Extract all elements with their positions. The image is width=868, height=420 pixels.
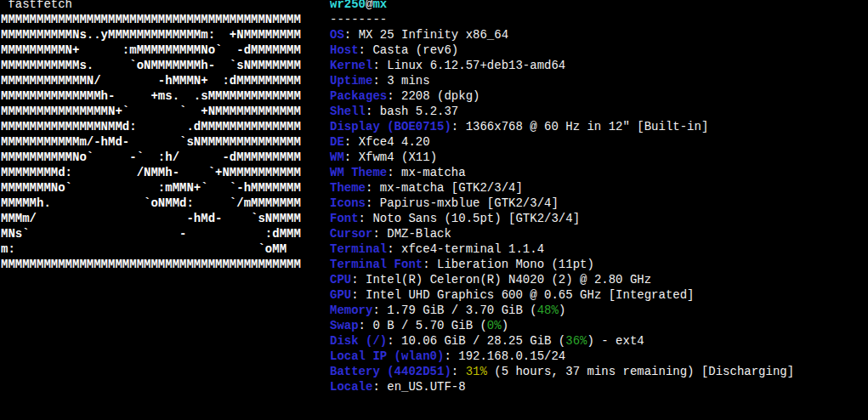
info-row: OS: MX 25 Infinity x86_64 bbox=[330, 27, 794, 43]
info-value: bash 5.2.37 bbox=[380, 105, 458, 118]
info-value: 10.06 GiB / 28.25 GiB ( bbox=[401, 334, 565, 348]
divider-line: -------- bbox=[330, 12, 794, 27]
info-label: Theme bbox=[330, 181, 366, 195]
info-value: Liberation Mono (11pt) bbox=[437, 258, 594, 271]
info-label: Cursor bbox=[330, 227, 372, 241]
info-label: GPU bbox=[330, 288, 351, 302]
info-value: 36% bbox=[565, 334, 587, 348]
info-row: Terminal Font: Liberation Mono (11pt) bbox=[330, 257, 794, 272]
info-label: Font bbox=[330, 212, 359, 225]
info-value: 3 mins bbox=[387, 74, 429, 88]
command-line: fastfetch bbox=[1, 0, 301, 12]
info-row: Display (BOE0715): 1366x768 @ 60 Hz in 1… bbox=[330, 119, 794, 134]
info-label: Locale bbox=[330, 380, 372, 394]
info-label: Local IP (wlan0) bbox=[330, 349, 444, 363]
info-value: MX 25 Infinity x86_64 bbox=[359, 28, 508, 42]
info-label: Shell bbox=[330, 105, 366, 118]
mx-linux-ascii-logo: MMMMMMMMMMMMMMMMMMMMMMMMMMMMMMMMMMMMMNMM… bbox=[1, 12, 301, 272]
hostname: mx bbox=[372, 0, 387, 11]
info-row: GPU: Intel UHD Graphics 600 @ 0.65 GHz [… bbox=[330, 287, 794, 303]
info-value: Intel UHD Graphics 600 @ 0.65 GHz [Integ… bbox=[366, 288, 694, 302]
info-value: 1.79 GiB / 3.70 GiB ( bbox=[387, 304, 536, 317]
info-row: Memory: 1.79 GiB / 3.70 GiB (48%) bbox=[330, 303, 794, 318]
info-row: Packages: 2208 (dpkg) bbox=[330, 88, 794, 104]
info-label: DE bbox=[330, 135, 344, 149]
info-value: 1366x768 @ 60 Hz in 12" [Built-in] bbox=[466, 120, 709, 133]
info-value: DMZ-Black bbox=[387, 227, 451, 241]
info-row: Theme: mx-matcha [GTK2/3/4] bbox=[330, 180, 794, 196]
info-label: Uptime bbox=[330, 74, 372, 88]
terminal-window[interactable]: fastfetch MMMMMMMMMMMMMMMMMMMMMMMMMMMMMM… bbox=[0, 0, 868, 420]
info-row: Terminal: xfce4-terminal 1.1.4 bbox=[330, 241, 794, 257]
info-value: Xfce4 4.20 bbox=[359, 135, 430, 149]
info-value: mx-matcha bbox=[401, 166, 466, 179]
info-row: Disk (/): 10.06 GiB / 28.25 GiB (36%) - … bbox=[330, 333, 794, 349]
info-label: Packages bbox=[330, 89, 387, 103]
system-info-column: wr250@mx -------- OS: MX 25 Infinity x86… bbox=[330, 0, 794, 394]
info-label: Display (BOE0715) bbox=[330, 120, 451, 133]
logo-column: fastfetch MMMMMMMMMMMMMMMMMMMMMMMMMMMMMM… bbox=[1, 0, 301, 272]
info-value: ) - ext4 bbox=[587, 334, 644, 348]
info-value: Papirus-mxblue [GTK2/3/4] bbox=[380, 196, 559, 210]
info-label: Terminal Font bbox=[330, 258, 423, 271]
info-label: Terminal bbox=[330, 242, 387, 256]
info-label: Icons bbox=[330, 196, 366, 210]
username: wr250 bbox=[330, 0, 366, 11]
info-row: Shell: bash 5.2.37 bbox=[330, 104, 794, 119]
info-label: Battery (4402D51) bbox=[330, 365, 451, 378]
info-row: WM: Xfwm4 (X11) bbox=[330, 150, 794, 165]
info-value: mx-matcha [GTK2/3/4] bbox=[380, 181, 523, 195]
info-label: Disk (/) bbox=[330, 334, 387, 348]
info-label: WM bbox=[330, 150, 344, 164]
info-value: 31% bbox=[466, 365, 487, 378]
info-value: ) bbox=[502, 319, 508, 332]
info-row: Font: Noto Sans (10.5pt) [GTK2/3/4] bbox=[330, 211, 794, 226]
info-value: 0% bbox=[487, 319, 502, 332]
info-list: OS: MX 25 Infinity x86_64Host: Casta (re… bbox=[330, 27, 794, 394]
info-value: 192.168.0.15/24 bbox=[458, 349, 565, 363]
info-label: Host bbox=[330, 43, 359, 57]
info-value: xfce4-terminal 1.1.4 bbox=[401, 242, 544, 256]
info-value: en_US.UTF-8 bbox=[387, 380, 465, 394]
info-label: CPU bbox=[330, 273, 351, 287]
info-row: CPU: Intel(R) Celeron(R) N4020 (2) @ 2.8… bbox=[330, 272, 794, 287]
info-row: Kernel: Linux 6.12.57+deb13-amd64 bbox=[330, 58, 794, 73]
info-label: Memory bbox=[330, 304, 372, 317]
info-row: Icons: Papirus-mxblue [GTK2/3/4] bbox=[330, 196, 794, 211]
info-row: Swap: 0 B / 5.70 GiB (0%) bbox=[330, 318, 794, 333]
info-value: Intel(R) Celeron(R) N4020 (2) @ 2.80 GHz bbox=[366, 273, 651, 287]
info-label: Swap bbox=[330, 319, 359, 332]
info-row: DE: Xfce4 4.20 bbox=[330, 134, 794, 150]
info-row: WM Theme: mx-matcha bbox=[330, 165, 794, 180]
info-value: 2208 (dpkg) bbox=[401, 89, 479, 103]
info-value: Noto Sans (10.5pt) [GTK2/3/4] bbox=[372, 212, 580, 225]
info-value: ) bbox=[559, 304, 565, 317]
info-row: Uptime: 3 mins bbox=[330, 73, 794, 88]
info-label: WM Theme bbox=[330, 166, 387, 179]
info-row: Battery (4402D51): 31% (5 hours, 37 mins… bbox=[330, 364, 794, 379]
info-label: Kernel bbox=[330, 59, 372, 72]
info-row: Local IP (wlan0): 192.168.0.15/24 bbox=[330, 349, 794, 364]
user-host-line: wr250@mx bbox=[330, 0, 794, 12]
info-label: OS bbox=[330, 28, 344, 42]
info-value: 48% bbox=[537, 304, 559, 317]
info-value: 0 B / 5.70 GiB ( bbox=[372, 319, 486, 332]
info-value: (5 hours, 37 mins remaining) [Dischargin… bbox=[487, 365, 794, 378]
info-value: Linux 6.12.57+deb13-amd64 bbox=[387, 59, 565, 72]
info-row: Host: Casta (rev6) bbox=[330, 43, 794, 58]
info-row: Locale: en_US.UTF-8 bbox=[330, 379, 794, 394]
info-value: Xfwm4 (X11) bbox=[359, 150, 437, 164]
info-value: Casta (rev6) bbox=[372, 43, 458, 57]
info-row: Cursor: DMZ-Black bbox=[330, 226, 794, 241]
